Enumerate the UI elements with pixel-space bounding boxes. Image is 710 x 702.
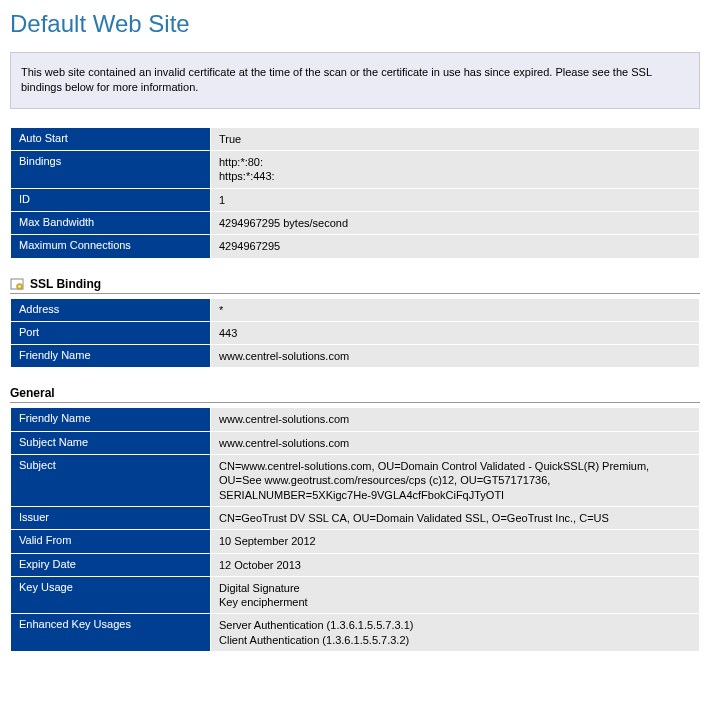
prop-label-keyusage: Key Usage — [11, 576, 211, 614]
ssl-binding-table: Address * Port 443 Friendly Name www.cen… — [10, 298, 700, 369]
table-row: ID 1 — [11, 188, 700, 211]
site-properties-table: Auto Start True Bindings http:*:80: http… — [10, 127, 700, 259]
table-row: Maximum Connections 4294967295 — [11, 235, 700, 258]
prop-value-subject: CN=www.centrel-solutions.com, OU=Domain … — [211, 455, 700, 507]
table-row: Subject Name www.centrel-solutions.com — [11, 431, 700, 454]
general-header: General — [10, 386, 700, 403]
table-row: Port 443 — [11, 321, 700, 344]
prop-value-maxconn: 4294967295 — [211, 235, 700, 258]
prop-label-maxconn: Maximum Connections — [11, 235, 211, 258]
table-row: Subject CN=www.centrel-solutions.com, OU… — [11, 455, 700, 507]
table-row: Expiry Date 12 October 2013 — [11, 553, 700, 576]
table-row: Enhanced Key Usages Server Authenticatio… — [11, 614, 700, 652]
prop-value-port: 443 — [211, 321, 700, 344]
prop-value-address: * — [211, 298, 700, 321]
prop-value-gen-friendly: www.centrel-solutions.com — [211, 408, 700, 431]
ssl-binding-header: SSL Binding — [10, 277, 700, 294]
prop-label-subject: Subject — [11, 455, 211, 507]
prop-label-autostart: Auto Start — [11, 127, 211, 150]
prop-label-gen-friendly: Friendly Name — [11, 408, 211, 431]
prop-value-maxbw: 4294967295 bytes/second — [211, 211, 700, 234]
table-row: Auto Start True — [11, 127, 700, 150]
table-row: Bindings http:*:80: https:*:443: — [11, 151, 700, 189]
prop-value-validfrom: 10 September 2012 — [211, 530, 700, 553]
certificate-icon — [10, 277, 24, 291]
prop-value-expiry: 12 October 2013 — [211, 553, 700, 576]
svg-point-2 — [18, 285, 20, 287]
general-table: Friendly Name www.centrel-solutions.com … — [10, 407, 700, 652]
prop-label-issuer: Issuer — [11, 506, 211, 529]
general-title: General — [10, 386, 55, 400]
table-row: Max Bandwidth 4294967295 bytes/second — [11, 211, 700, 234]
table-row: Key Usage Digital Signature Key encipher… — [11, 576, 700, 614]
prop-label-expiry: Expiry Date — [11, 553, 211, 576]
prop-label-friendly: Friendly Name — [11, 345, 211, 368]
prop-value-keyusage: Digital Signature Key encipherment — [211, 576, 700, 614]
table-row: Valid From 10 September 2012 — [11, 530, 700, 553]
table-row: Address * — [11, 298, 700, 321]
prop-value-eku: Server Authentication (1.3.6.1.5.5.7.3.1… — [211, 614, 700, 652]
prop-value-id: 1 — [211, 188, 700, 211]
prop-label-validfrom: Valid From — [11, 530, 211, 553]
table-row: Friendly Name www.centrel-solutions.com — [11, 408, 700, 431]
table-row: Issuer CN=GeoTrust DV SSL CA, OU=Domain … — [11, 506, 700, 529]
prop-value-friendly: www.centrel-solutions.com — [211, 345, 700, 368]
prop-label-maxbw: Max Bandwidth — [11, 211, 211, 234]
prop-value-bindings: http:*:80: https:*:443: — [211, 151, 700, 189]
prop-label-eku: Enhanced Key Usages — [11, 614, 211, 652]
prop-label-id: ID — [11, 188, 211, 211]
prop-value-issuer: CN=GeoTrust DV SSL CA, OU=Domain Validat… — [211, 506, 700, 529]
table-row: Friendly Name www.centrel-solutions.com — [11, 345, 700, 368]
prop-value-subjectname: www.centrel-solutions.com — [211, 431, 700, 454]
prop-label-subjectname: Subject Name — [11, 431, 211, 454]
page-title: Default Web Site — [10, 10, 700, 38]
prop-label-address: Address — [11, 298, 211, 321]
prop-label-port: Port — [11, 321, 211, 344]
prop-value-autostart: True — [211, 127, 700, 150]
certificate-warning-notice: This web site contained an invalid certi… — [10, 52, 700, 109]
ssl-binding-title: SSL Binding — [30, 277, 101, 291]
prop-label-bindings: Bindings — [11, 151, 211, 189]
